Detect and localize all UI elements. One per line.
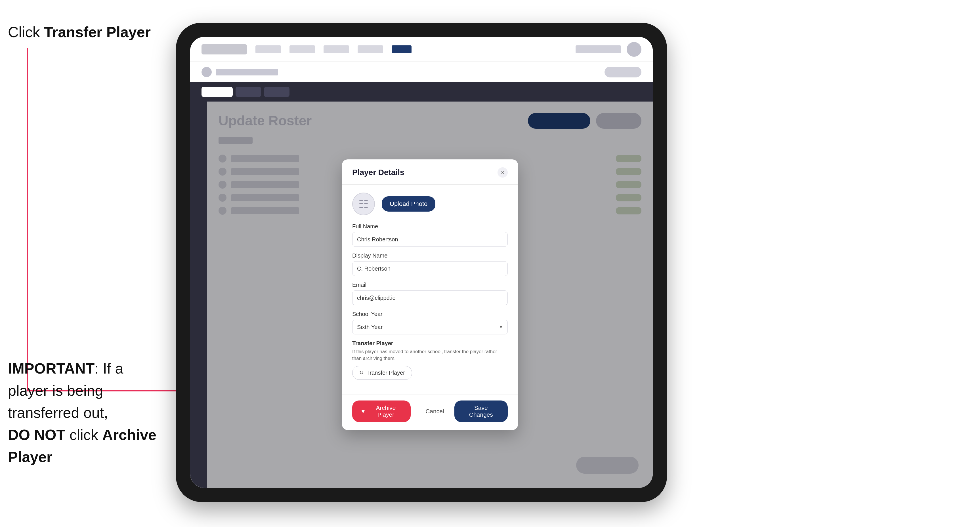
nav-item-1[interactable] <box>255 45 281 53</box>
full-name-group: Full Name <box>352 223 508 247</box>
nav-item-3[interactable] <box>323 45 349 53</box>
save-changes-button[interactable]: Save Changes <box>454 400 508 422</box>
player-details-modal: Player Details × ☷ Upload P <box>342 159 518 430</box>
full-name-input[interactable] <box>352 232 508 247</box>
modal-body: ☷ Upload Photo Full Name <box>342 185 518 395</box>
nav-avatar[interactable] <box>627 42 641 57</box>
sub-nav <box>190 62 653 82</box>
sub-nav-icon <box>202 67 212 77</box>
modal-footer: ▼ Archive Player Cancel Save Changes <box>342 395 518 430</box>
transfer-player-button[interactable]: ↻ Transfer Player <box>352 366 412 380</box>
sub-nav-left <box>202 67 278 77</box>
do-not-rest: click <box>65 427 102 443</box>
tab-1[interactable] <box>235 87 261 97</box>
display-name-label: Display Name <box>352 252 508 259</box>
nav-item-active[interactable] <box>392 45 412 53</box>
display-name-input[interactable] <box>352 261 508 276</box>
app-content: Update Roster <box>190 37 653 488</box>
archive-icon: ▼ <box>360 408 366 415</box>
archive-player-label: Archive Player <box>369 405 403 418</box>
main-area: Update Roster <box>190 102 653 488</box>
email-label: Email <box>352 282 508 288</box>
important-label: IMPORTANT <box>8 360 94 377</box>
avatar-circle: ☷ <box>352 193 375 215</box>
school-year-select[interactable]: Sixth Year <box>352 320 508 334</box>
modal-overlay: Player Details × ☷ Upload P <box>207 102 653 488</box>
transfer-section: Transfer Player If this player has moved… <box>352 340 508 380</box>
email-input[interactable] <box>352 290 508 305</box>
sidebar <box>190 102 207 488</box>
school-year-label: School Year <box>352 311 508 317</box>
refresh-icon: ↻ <box>359 370 364 376</box>
tablet-device: Update Roster <box>176 23 667 502</box>
content-area: Update Roster <box>207 102 653 488</box>
tab-active[interactable] <box>202 87 233 97</box>
upload-photo-button[interactable]: Upload Photo <box>382 196 435 211</box>
modal-close-button[interactable]: × <box>498 167 508 178</box>
full-name-label: Full Name <box>352 223 508 230</box>
school-year-group: School Year Sixth Year ▼ <box>352 311 508 334</box>
nav-item-2[interactable] <box>290 45 315 53</box>
do-not-label: DO NOT <box>8 427 65 443</box>
tab-2[interactable] <box>264 87 290 97</box>
transfer-player-label: Transfer Player <box>366 370 405 376</box>
transfer-section-label: Transfer Player <box>352 340 508 347</box>
sub-nav-button[interactable] <box>605 67 641 78</box>
avatar-icon: ☷ <box>358 197 369 211</box>
app-logo <box>202 44 247 54</box>
display-name-group: Display Name <box>352 252 508 276</box>
transfer-description: If this player has moved to another scho… <box>352 348 508 362</box>
nav-item-4[interactable] <box>358 45 383 53</box>
sub-nav-title <box>216 69 278 75</box>
nav-user-name <box>576 45 621 53</box>
email-group: Email <box>352 282 508 305</box>
school-year-select-wrapper: Sixth Year ▼ <box>352 320 508 334</box>
instruction-bold: Transfer Player <box>44 24 151 40</box>
modal-header: Player Details × <box>342 159 518 185</box>
instruction-top: Click Transfer Player <box>8 23 151 42</box>
nav-bar <box>190 37 653 62</box>
instruction-bottom: IMPORTANT: If a player is being transfer… <box>8 357 167 468</box>
cancel-button[interactable]: Cancel <box>420 404 450 419</box>
photo-row: ☷ Upload Photo <box>352 193 508 215</box>
nav-right <box>576 42 641 57</box>
arrow-vertical <box>27 48 28 391</box>
modal-title: Player Details <box>352 168 404 177</box>
tablet-screen: Update Roster <box>190 37 653 488</box>
archive-player-button[interactable]: ▼ Archive Player <box>352 400 410 422</box>
tabs-row <box>190 82 653 102</box>
instruction-prefix: Click <box>8 24 44 40</box>
